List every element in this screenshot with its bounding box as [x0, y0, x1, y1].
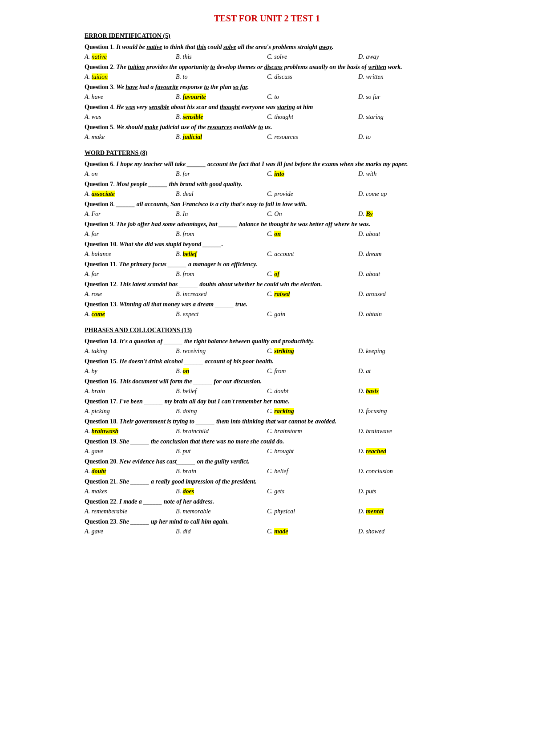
section-header: WORD PATTERNS (8) [85, 150, 449, 157]
answer-option-c: C. from [267, 368, 358, 375]
question-text-row: Question 11. The primary focus ______ a … [85, 260, 449, 269]
answer-option-b: B. for [176, 171, 267, 178]
answer-options-row: A. makeB. judicialC. resourcesD. to [85, 134, 449, 141]
answer-option-a: A. brainwash [85, 428, 176, 435]
answer-option-d: D. about [358, 271, 449, 278]
answer-option-c: C. discuss [267, 73, 358, 81]
question-text-row: Question 6. I hope my teacher will take … [85, 159, 449, 169]
answer-option-b: B. receiving [176, 348, 267, 355]
question-text-row: Question 16. This document will form the… [85, 377, 449, 386]
answer-option-b: B. does [176, 488, 267, 495]
answer-option-a: A. on [85, 171, 176, 178]
answer-option-d: D. at [358, 368, 449, 375]
answer-option-b: B. on [176, 368, 267, 375]
answer-option-a: A. native [85, 53, 176, 61]
answer-option-c: C. gain [267, 311, 358, 318]
answer-option-d: D. come up [358, 191, 449, 198]
answer-option-b: B. judicial [176, 134, 267, 141]
answer-option-a: A. gave [85, 448, 176, 455]
answer-option-b: B. In [176, 211, 267, 218]
answer-option-c: C. brought [267, 448, 358, 455]
answer-option-a: A. associate [85, 191, 176, 198]
question-text-row: Question 12. This latest scandal has ___… [85, 280, 449, 289]
answer-option-c: C. belief [267, 468, 358, 475]
answer-option-c: C. resources [267, 134, 358, 141]
question-text-row: Question 18. Their government is trying … [85, 417, 449, 426]
answer-option-d: D. reached [358, 448, 449, 455]
answer-option-b: B. this [176, 53, 267, 61]
question-text-row: Question 3. We have had a favourite resp… [85, 82, 449, 92]
answer-option-b: B. doing [176, 408, 267, 415]
answer-option-b: B. sensible [176, 114, 267, 121]
answer-option-c: C. made [267, 528, 358, 535]
answer-option-d: D. about [358, 231, 449, 238]
answer-option-d: D. aroused [358, 291, 449, 298]
answer-options-row: A. tuitionB. toC. discussD. written [85, 73, 449, 81]
answer-options-row: A. forB. fromC. onD. about [85, 231, 449, 238]
answer-option-c: C. raised [267, 291, 358, 298]
answer-option-d: D. with [358, 171, 449, 178]
answer-options-row: A. haveB. favouriteC. toD. so far [85, 93, 449, 101]
answer-option-a: A. for [85, 231, 176, 238]
section-header: ERROR IDENTIFICATION (5) [85, 33, 449, 40]
answer-option-a: A. for [85, 271, 176, 278]
answer-option-d: D. basis [358, 388, 449, 395]
answer-option-c: C. racking [267, 408, 358, 415]
answer-option-d: D. staring [358, 114, 449, 121]
answer-option-d: D. obtain [358, 311, 449, 318]
answer-option-a: A. picking [85, 408, 176, 415]
answer-option-d: D. so far [358, 93, 449, 101]
answer-option-c: C. solve [267, 53, 358, 61]
answer-option-c: C. brainstorm [267, 428, 358, 435]
answer-options-row: A. gaveB. putC. broughtD. reached [85, 448, 449, 455]
answer-option-a: A. gave [85, 528, 176, 535]
answer-option-b: B. to [176, 73, 267, 81]
question-text-row: Question 7. Most people ______ this bran… [85, 179, 449, 189]
answer-option-d: D. puts [358, 488, 449, 495]
question-text-row: Question 13. Winning all that money was … [85, 300, 449, 309]
answer-options-row: A. gaveB. didC. madeD. showed [85, 528, 449, 535]
question-text-row: Question 4. He was very sensible about h… [85, 102, 449, 112]
question-text-row: Question 14. It's a question of ______ t… [85, 337, 449, 346]
question-text-row: Question 19. She ______ the conclusion t… [85, 437, 449, 446]
answer-option-d: D. mental [358, 508, 449, 515]
answer-option-d: D. written [358, 73, 449, 81]
answer-option-a: A. rose [85, 291, 176, 298]
answer-option-b: B. brain [176, 468, 267, 475]
answer-options-row: A. comeB. expectC. gainD. obtain [85, 311, 449, 318]
answer-option-b: B. put [176, 448, 267, 455]
answer-option-d: D. away [358, 53, 449, 61]
answer-option-d: D. keeping [358, 348, 449, 355]
answer-option-a: A. brain [85, 388, 176, 395]
answer-options-row: A. makesB. doesC. getsD. puts [85, 488, 449, 495]
question-text-row: Question 23. She ______ up her mind to c… [85, 517, 449, 526]
question-text-row: Question 8. ______ all accounts, San Fra… [85, 199, 449, 209]
question-text-row: Question 1. It would be native to think … [85, 42, 449, 52]
answer-options-row: A. roseB. increasedC. raisedD. aroused [85, 291, 449, 298]
answer-option-d: D. By [358, 211, 449, 218]
answer-options-row: A. nativeB. thisC. solveD. away [85, 53, 449, 61]
answer-option-c: C. physical [267, 508, 358, 515]
answer-options-row: A. brainwashB. brainchildC. brainstormD.… [85, 428, 449, 435]
question-text-row: Question 20. New evidence has cast______… [85, 457, 449, 466]
answer-option-b: B. did [176, 528, 267, 535]
answer-option-b: B. increased [176, 291, 267, 298]
answer-option-a: A. doubt [85, 468, 176, 475]
answer-option-c: C. to [267, 93, 358, 101]
answer-option-b: B. memorable [176, 508, 267, 515]
answer-option-c: C. striking [267, 348, 358, 355]
answer-option-b: B. brainchild [176, 428, 267, 435]
answer-option-c: C. gets [267, 488, 358, 495]
answer-options-row: A. byB. onC. fromD. at [85, 368, 449, 375]
answer-options-row: A. rememberableB. memorableC. physicalD.… [85, 508, 449, 515]
question-text-row: Question 9. The job offer had some advan… [85, 219, 449, 229]
answer-option-c: C. thought [267, 114, 358, 121]
answer-option-a: A. have [85, 93, 176, 101]
answer-options-row: A. onB. forC. intoD. with [85, 171, 449, 178]
answer-options-row: A. pickingB. doingC. rackingD. focusing [85, 408, 449, 415]
answer-option-d: D. showed [358, 528, 449, 535]
answer-option-b: B. favourite [176, 93, 267, 101]
question-text-row: Question 15. He doesn't drink alcohol __… [85, 357, 449, 366]
answer-options-row: A. doubtB. brainC. beliefD. conclusion [85, 468, 449, 475]
answer-option-c: C. doubt [267, 388, 358, 395]
